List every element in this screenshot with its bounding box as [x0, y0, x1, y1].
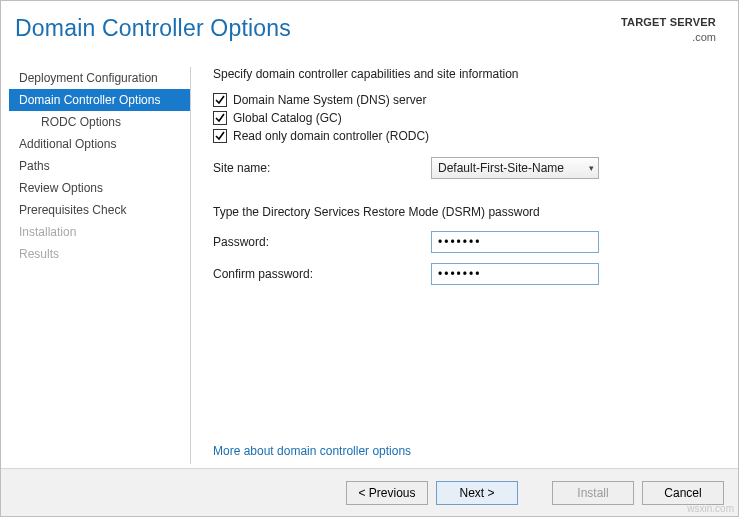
chevron-down-icon: ▾ [589, 163, 594, 173]
target-server-value: .com [621, 30, 716, 45]
body: Deployment Configuration Domain Controll… [1, 49, 738, 468]
sidebar-item-additional-options[interactable]: Additional Options [9, 133, 190, 155]
capabilities-text: Specify domain controller capabilities a… [213, 67, 718, 81]
target-server-label: TARGET SERVER [621, 15, 716, 30]
more-about-link[interactable]: More about domain controller options [213, 444, 411, 458]
sidebar-item-paths[interactable]: Paths [9, 155, 190, 177]
sidebar-item-deployment-configuration[interactable]: Deployment Configuration [9, 67, 190, 89]
password-row: Password: [213, 231, 718, 253]
footer: < Previous Next > Install Cancel [1, 468, 738, 516]
confirm-password-row: Confirm password: [213, 263, 718, 285]
site-select[interactable]: Default-First-Site-Name ▾ [431, 157, 599, 179]
sidebar-item-prerequisites-check[interactable]: Prerequisites Check [9, 199, 190, 221]
cancel-button[interactable]: Cancel [642, 481, 724, 505]
sidebar-item-domain-controller-options[interactable]: Domain Controller Options [9, 89, 190, 111]
sidebar-item-installation: Installation [9, 221, 190, 243]
sidebar-item-review-options[interactable]: Review Options [9, 177, 190, 199]
page-title: Domain Controller Options [15, 15, 291, 42]
confirm-password-input[interactable] [431, 263, 599, 285]
install-button: Install [552, 481, 634, 505]
header: Domain Controller Options TARGET SERVER … [1, 1, 738, 49]
sidebar-item-rodc-options[interactable]: RODC Options [9, 111, 190, 133]
check-rodc-label: Read only domain controller (RODC) [233, 129, 429, 143]
check-icon[interactable] [213, 93, 227, 107]
site-row: Site name: Default-First-Site-Name ▾ [213, 157, 718, 179]
password-input[interactable] [431, 231, 599, 253]
content-pane: Specify domain controller capabilities a… [191, 67, 730, 464]
wizard-window: Domain Controller Options TARGET SERVER … [0, 0, 739, 517]
password-label: Password: [213, 235, 431, 249]
sidebar: Deployment Configuration Domain Controll… [9, 67, 191, 464]
sidebar-item-results: Results [9, 243, 190, 265]
check-rodc-row[interactable]: Read only domain controller (RODC) [213, 129, 718, 143]
dsrm-text: Type the Directory Services Restore Mode… [213, 205, 718, 219]
target-server-block: TARGET SERVER .com [621, 15, 716, 45]
check-icon[interactable] [213, 111, 227, 125]
site-label: Site name: [213, 161, 431, 175]
check-dns-label: Domain Name System (DNS) server [233, 93, 426, 107]
next-button[interactable]: Next > [436, 481, 518, 505]
check-gc-label: Global Catalog (GC) [233, 111, 342, 125]
previous-button[interactable]: < Previous [346, 481, 428, 505]
check-dns-row[interactable]: Domain Name System (DNS) server [213, 93, 718, 107]
confirm-password-label: Confirm password: [213, 267, 431, 281]
check-icon[interactable] [213, 129, 227, 143]
site-select-value: Default-First-Site-Name [438, 161, 564, 175]
check-gc-row[interactable]: Global Catalog (GC) [213, 111, 718, 125]
